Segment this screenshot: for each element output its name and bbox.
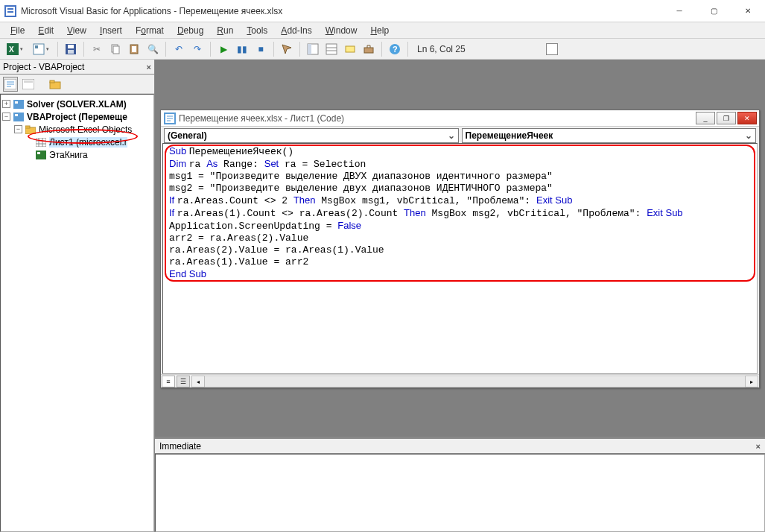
cut-button[interactable]: ✂ [89, 41, 105, 57]
expand-icon[interactable]: + [2, 100, 10, 108]
tree-node-vbaproject[interactable]: − VBAProject (Перемеще [2, 110, 152, 123]
procedure-dropdown-value: ПеремещениеЯчеек [466, 130, 553, 141]
window-close-button[interactable]: ✕ [731, 0, 765, 22]
separator [407, 42, 408, 57]
immediate-close-button[interactable]: × [756, 442, 761, 451]
worksheet-icon [35, 137, 47, 148]
procedure-dropdown[interactable]: ПеремещениеЯчеек [462, 128, 757, 143]
svg-rect-18 [326, 44, 337, 54]
save-button[interactable] [63, 41, 79, 57]
project-icon [13, 112, 25, 122]
svg-text:X: X [9, 45, 14, 54]
tree-node-excel-objects[interactable]: − Microsoft Excel Objects [2, 123, 152, 136]
run-sub-button[interactable]: ▶ [215, 41, 232, 57]
menu-run[interactable]: Run [211, 24, 239, 37]
code-window-titlebar[interactable]: Перемещение ячеек.xlsx - Лист1 (Code) _ … [161, 110, 759, 127]
code-window: Перемещение ячеек.xlsx - Лист1 (Code) _ … [160, 110, 760, 388]
view-code-button[interactable] [3, 77, 18, 92]
reset-button[interactable]: ■ [253, 41, 269, 57]
project-explorer-title-text: Project - VBAProject [3, 62, 84, 72]
menu-view[interactable]: View [61, 24, 92, 37]
toolbar-empty-box[interactable] [546, 43, 558, 55]
svg-rect-7 [35, 45, 38, 48]
menu-addins[interactable]: Add-Ins [275, 24, 317, 37]
window-maximize-button[interactable]: ▢ [696, 0, 731, 22]
svg-rect-3 [7, 11, 13, 13]
separator [273, 42, 274, 57]
object-browser-button[interactable] [342, 41, 358, 57]
menu-help[interactable]: Help [364, 24, 395, 37]
toolbar: X ✂ 🔍 ↶ ↷ ▶ ▮▮ ■ ? Ln 6, Col 25 [0, 39, 765, 60]
menu-tools[interactable]: Tools [241, 24, 273, 37]
insert-module-button[interactable] [29, 41, 53, 57]
break-button[interactable]: ▮▮ [234, 41, 250, 57]
window-titlebar: Microsoft Visual Basic for Applications … [0, 0, 765, 22]
code-window-minimize-button[interactable]: _ [696, 112, 715, 124]
code-window-maximize-button[interactable]: ❐ [717, 112, 736, 124]
menu-edit[interactable]: Edit [32, 24, 60, 37]
tree-node-solver[interactable]: + Solver (SOLVER.XLAM) [2, 98, 152, 110]
tree-label: Лист1 (microexcel.r [49, 137, 127, 148]
object-dropdown[interactable]: (General) [164, 128, 459, 143]
collapse-icon[interactable]: − [14, 125, 22, 133]
menu-file[interactable]: File [4, 24, 31, 37]
svg-rect-9 [68, 45, 74, 48]
tree-node-sheet1[interactable]: Лист1 (microexcel.r [2, 136, 152, 148]
view-object-button[interactable] [21, 77, 36, 92]
tree-label: Solver (SOLVER.XLAM) [27, 99, 127, 110]
svg-marker-15 [282, 45, 291, 54]
separator [299, 42, 300, 57]
design-mode-button[interactable] [279, 41, 295, 57]
code-window-close-button[interactable]: ✕ [737, 112, 757, 124]
svg-rect-45 [37, 152, 40, 154]
view-excel-button[interactable]: X [3, 41, 27, 57]
project-explorer-title: Project - VBAProject × [0, 60, 154, 75]
horizontal-scrollbar[interactable] [191, 376, 758, 387]
menu-format[interactable]: Format [130, 24, 170, 37]
toggle-folders-button[interactable] [48, 77, 63, 92]
tree-node-thisworkbook[interactable]: ЭтаКнига [2, 148, 152, 161]
project-explorer: Project - VBAProject × + Solver (SOLVER.… [0, 60, 155, 532]
project-tree[interactable]: + Solver (SOLVER.XLAM) − VBAProject (Пер… [0, 94, 154, 532]
project-explorer-close-button[interactable]: × [147, 63, 151, 72]
cursor-position-label: Ln 6, Col 25 [417, 44, 544, 54]
properties-button[interactable] [323, 41, 340, 57]
undo-button[interactable]: ↶ [171, 41, 187, 57]
copy-button[interactable] [107, 41, 124, 57]
separator [83, 42, 84, 57]
menubar: File Edit View Insert Format Debug Run T… [0, 22, 765, 39]
help-button[interactable]: ? [387, 41, 403, 57]
tree-label: VBAProject (Перемеще [27, 112, 127, 122]
redo-button[interactable]: ↷ [189, 41, 206, 57]
immediate-title-text: Immediate [159, 441, 201, 452]
code-window-title: Перемещение ячеек.xlsx - Лист1 (Code) [179, 113, 696, 124]
svg-rect-17 [308, 44, 311, 54]
tree-label: Microsoft Excel Objects [39, 124, 132, 135]
folder-icon [25, 124, 36, 135]
project-explorer-button[interactable] [305, 41, 321, 57]
collapse-icon[interactable]: − [2, 113, 10, 121]
svg-rect-35 [13, 113, 24, 121]
code-text[interactable]: Sub ПеремещениеЯчеек() Dim ra As Range: … [169, 145, 754, 281]
svg-rect-39 [36, 138, 46, 147]
svg-rect-21 [346, 46, 355, 52]
window-title: Microsoft Visual Basic for Applications … [21, 6, 662, 16]
immediate-input[interactable] [155, 454, 765, 532]
paste-button[interactable] [126, 41, 142, 57]
find-button[interactable]: 🔍 [145, 41, 161, 57]
svg-rect-12 [113, 46, 119, 54]
project-toolbar [0, 75, 154, 94]
menu-window[interactable]: Window [320, 24, 364, 37]
window-minimize-button[interactable]: ─ [662, 0, 696, 22]
menu-insert[interactable]: Insert [94, 24, 128, 37]
vba-app-icon [4, 5, 16, 17]
procedure-view-button[interactable]: ≡ [162, 376, 175, 387]
menu-debug[interactable]: Debug [171, 24, 209, 37]
svg-rect-10 [68, 50, 74, 54]
project-icon [13, 99, 25, 110]
code-editor[interactable]: Sub ПеремещениеЯчеек() Dim ra As Range: … [162, 143, 758, 374]
svg-text:?: ? [393, 45, 398, 54]
workbook-icon [35, 150, 47, 160]
toolbox-button[interactable] [361, 41, 377, 57]
full-module-view-button[interactable]: ☰ [177, 376, 190, 387]
